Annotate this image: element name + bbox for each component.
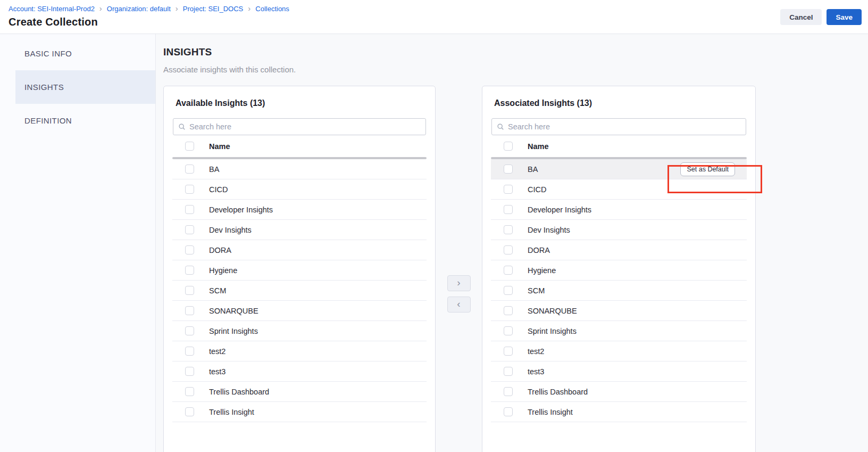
row-checkbox[interactable] [185, 347, 194, 356]
table-row[interactable]: SONARQUBE [172, 301, 427, 321]
row-checkbox[interactable] [185, 165, 194, 174]
sidebar-nav-label: DEFINITION [24, 116, 72, 125]
move-right-button[interactable]: › [447, 275, 471, 291]
associated-insights-list: BA Set as Default CICD Developer Insight… [482, 159, 755, 422]
row-checkbox[interactable] [504, 306, 513, 315]
row-checkbox[interactable] [504, 245, 513, 254]
table-row[interactable]: Hygiene [491, 260, 747, 281]
table-row[interactable]: Trellis Dashboard [491, 382, 747, 402]
table-row[interactable]: test2 [172, 341, 427, 361]
row-checkbox[interactable] [185, 326, 194, 335]
insights-transfer: Available Insights (13) Name [163, 86, 868, 452]
table-row[interactable]: CICD [491, 179, 747, 200]
search-input[interactable] [189, 122, 421, 131]
table-row[interactable]: SCM [172, 281, 427, 301]
set-as-default-button[interactable]: Set as Default [680, 162, 735, 176]
save-button[interactable]: Save [827, 9, 862, 25]
table-row[interactable]: test3 [172, 361, 427, 382]
table-row[interactable]: test2 [491, 341, 747, 361]
insight-name: Trellis Insight [209, 408, 254, 416]
table-row[interactable]: SONARQUBE [491, 301, 747, 321]
table-row[interactable]: Dev Insights [491, 220, 747, 240]
row-checkbox[interactable] [185, 306, 194, 315]
sidebar-nav-item[interactable]: INSIGHTS [15, 70, 155, 104]
sidebar-nav-item[interactable]: DEFINITION [0, 104, 155, 137]
section-subheading: Associate insights with this collection. [163, 65, 868, 75]
insight-name: test2 [209, 347, 226, 356]
breadcrumb-link-project[interactable]: Project: SEI_DOCS [183, 5, 243, 13]
row-checkbox[interactable] [185, 407, 194, 416]
insight-name: test3 [528, 367, 544, 376]
row-checkbox[interactable] [185, 225, 194, 234]
table-row[interactable]: Sprint Insights [491, 321, 747, 341]
breadcrumb-link-account[interactable]: Account: SEI-Internal-Prod2 [9, 5, 95, 13]
chevron-right-icon: › [176, 4, 178, 12]
breadcrumb: Account: SEI-Internal-Prod2 › Organizati… [9, 5, 859, 13]
insight-name: SONARQUBE [209, 307, 258, 315]
table-row[interactable]: DORA [172, 240, 427, 260]
table-row[interactable]: Dev Insights [172, 220, 427, 240]
insight-name: Developer Insights [528, 206, 591, 214]
breadcrumb-link-collections[interactable]: Collections [255, 5, 289, 13]
row-checkbox[interactable] [504, 326, 513, 335]
insight-name: Hygiene [528, 266, 556, 275]
row-checkbox[interactable] [504, 165, 513, 174]
insight-name: CICD [209, 185, 228, 194]
row-checkbox[interactable] [504, 407, 513, 416]
row-checkbox[interactable] [185, 185, 194, 194]
table-row[interactable]: CICD [172, 179, 427, 200]
table-row[interactable]: BA [172, 159, 427, 179]
chevron-right-icon: › [248, 4, 251, 12]
table-row[interactable]: Trellis Insight [172, 402, 427, 422]
row-checkbox[interactable] [185, 286, 194, 295]
insight-name: test3 [209, 367, 226, 376]
sidebar-nav-item[interactable]: BASIC INFO [0, 37, 155, 70]
table-row[interactable]: Hygiene [172, 260, 427, 281]
table-row[interactable]: test3 [491, 361, 747, 382]
row-checkbox[interactable] [504, 205, 513, 214]
table-row[interactable]: SCM [491, 281, 747, 301]
search-input[interactable] [508, 122, 741, 131]
row-checkbox[interactable] [504, 266, 513, 275]
row-checkbox[interactable] [185, 245, 194, 254]
sidebar-nav-label: BASIC INFO [24, 49, 72, 58]
select-all-checkbox[interactable] [185, 142, 194, 151]
table-row[interactable]: DORA [491, 240, 747, 260]
insight-name: SONARQUBE [528, 307, 577, 315]
row-checkbox[interactable] [185, 205, 194, 214]
table-row[interactable]: Developer Insights [491, 200, 747, 220]
row-checkbox[interactable] [504, 286, 513, 295]
insight-name: Trellis Dashboard [209, 388, 269, 396]
row-checkbox[interactable] [504, 347, 513, 356]
row-checkbox[interactable] [185, 367, 194, 376]
chevron-left-icon: ‹ [457, 298, 460, 310]
insight-name: DORA [528, 246, 550, 254]
row-checkbox[interactable] [504, 185, 513, 194]
row-checkbox[interactable] [504, 367, 513, 376]
insight-name: BA [528, 165, 538, 174]
row-checkbox[interactable] [185, 266, 194, 275]
row-checkbox[interactable] [504, 387, 513, 396]
cancel-button[interactable]: Cancel [780, 9, 822, 25]
table-row[interactable]: Developer Insights [172, 200, 427, 220]
row-checkbox[interactable] [504, 225, 513, 234]
insight-name: SCM [209, 286, 226, 295]
breadcrumb-item: Collections › [255, 5, 289, 13]
insight-name: BA [209, 165, 219, 174]
search-box [173, 118, 426, 135]
search-box [491, 118, 746, 135]
name-column-header: Name [528, 142, 549, 151]
select-all-checkbox[interactable] [504, 142, 513, 151]
insight-name: Trellis Dashboard [528, 388, 588, 396]
transfer-controls: › ‹ [436, 86, 482, 313]
row-checkbox[interactable] [185, 387, 194, 396]
table-row[interactable]: Trellis Dashboard [172, 382, 427, 402]
table-row[interactable]: BA Set as Default [491, 159, 747, 179]
main-content: INSIGHTS Associate insights with this co… [156, 34, 868, 452]
table-row[interactable]: Sprint Insights [172, 321, 427, 341]
breadcrumb-link-organization[interactable]: Organization: default [107, 5, 171, 13]
move-left-button[interactable]: ‹ [447, 297, 471, 313]
insight-name: SCM [528, 286, 545, 295]
insight-name: Dev Insights [209, 226, 252, 234]
table-row[interactable]: Trellis Insight [491, 402, 747, 422]
